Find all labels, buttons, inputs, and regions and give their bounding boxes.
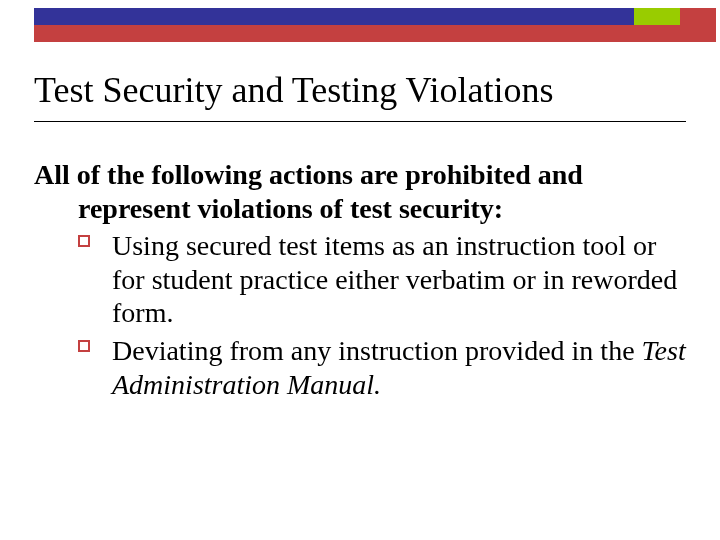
band-segment-primary [34, 8, 634, 25]
band-segment-secondary [680, 8, 716, 25]
title-underline [34, 121, 686, 122]
title-area: Test Security and Testing Violations [34, 70, 686, 122]
band-bottom-row [34, 25, 716, 42]
intro-text-line2: represent violations of test security: [34, 192, 686, 226]
square-bullet-icon [78, 340, 90, 352]
body-content: All of the following actions are prohibi… [34, 158, 686, 405]
decorative-band [34, 8, 716, 42]
band-segment-accent [634, 8, 680, 25]
list-item-text: Using secured test items as an instructi… [112, 230, 677, 328]
list-item: Using secured test items as an instructi… [34, 229, 686, 330]
list-item-text-prefix: Deviating from any instruction provided … [112, 335, 642, 366]
band-top-row [34, 8, 716, 25]
intro-text-line1: All of the following actions are prohibi… [34, 159, 583, 190]
bullet-list: Using secured test items as an instructi… [34, 229, 686, 401]
list-item: Deviating from any instruction provided … [34, 334, 686, 401]
band-segment-secondary-full [34, 25, 716, 42]
slide: Test Security and Testing Violations All… [0, 0, 720, 540]
square-bullet-icon [78, 235, 90, 247]
intro-paragraph: All of the following actions are prohibi… [34, 158, 686, 225]
page-title: Test Security and Testing Violations [34, 70, 686, 119]
